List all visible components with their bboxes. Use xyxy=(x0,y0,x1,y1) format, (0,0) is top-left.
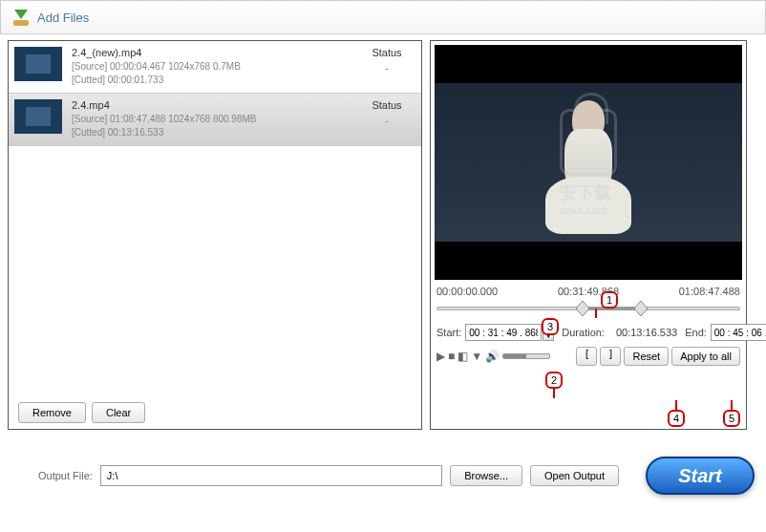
callout-4: 4 xyxy=(668,410,685,427)
file-name: 2.4_(new).mp4 xyxy=(72,47,358,58)
start-button[interactable]: Start xyxy=(646,457,755,495)
duration-label: Duration: xyxy=(562,327,605,338)
time-end: 01:08:47.488 xyxy=(679,286,740,297)
preview-panel: 安下载 anxz.com 00:00:00.000 00:31:49.868 0… xyxy=(430,40,747,430)
status-value: - xyxy=(358,115,415,126)
callout-2: 2 xyxy=(545,372,563,389)
remove-button[interactable]: Remove xyxy=(18,402,86,423)
thumbnail xyxy=(14,47,62,81)
bracket-out-button[interactable]: ] xyxy=(600,347,621,366)
add-files-icon[interactable] xyxy=(11,7,32,28)
file-list-panel: 2.4_(new).mp4 [Source] 00:00:04.467 1024… xyxy=(8,40,422,430)
bracket-in-button[interactable]: [ xyxy=(576,347,597,366)
camera-icon[interactable]: ◧ xyxy=(457,350,468,363)
callout-5: 5 xyxy=(723,410,740,427)
start-marker[interactable] xyxy=(576,301,589,316)
open-output-button[interactable]: Open Output xyxy=(530,465,619,486)
status-value: - xyxy=(358,62,415,74)
status-header: Status xyxy=(358,99,415,111)
file-cutted: [Cutted] 00:00:01.733 xyxy=(72,74,358,87)
end-label: End: xyxy=(685,327,707,338)
output-path-input[interactable] xyxy=(100,465,442,486)
output-label: Output File: xyxy=(38,470,93,481)
time-mid: 00:31:49.868 xyxy=(558,286,619,297)
dropdown-icon[interactable]: ▼ xyxy=(471,350,482,363)
file-source: [Source] 00:00:04.467 1024x768 0.7MB xyxy=(72,60,358,74)
status-header: Status xyxy=(358,47,415,58)
volume-slider[interactable] xyxy=(502,353,550,359)
thumbnail xyxy=(14,99,62,134)
end-marker[interactable] xyxy=(634,301,648,316)
start-down[interactable]: ▼ xyxy=(543,332,554,341)
apply-all-button[interactable]: Apply to all xyxy=(671,347,740,366)
file-row[interactable]: 2.4_(new).mp4 [Source] 00:00:04.467 1024… xyxy=(9,41,421,94)
file-row[interactable]: 2.4.mp4 [Source] 01:08:47.488 1024x768 8… xyxy=(9,94,421,146)
time-start: 00:00:00.000 xyxy=(436,286,498,297)
clear-button[interactable]: Clear xyxy=(92,402,145,423)
start-input[interactable] xyxy=(465,324,542,341)
file-cutted: [Cutted] 00:13:16.533 xyxy=(72,126,358,139)
add-files-button[interactable]: Add Files xyxy=(37,11,89,25)
video-preview[interactable]: 安下载 anxz.com xyxy=(435,45,742,280)
stop-icon[interactable]: ■ xyxy=(448,350,455,363)
start-up[interactable]: ▲ xyxy=(543,324,554,332)
trim-slider[interactable] xyxy=(436,299,740,318)
reset-button[interactable]: Reset xyxy=(624,347,669,366)
file-list: 2.4_(new).mp4 [Source] 00:00:04.467 1024… xyxy=(9,41,421,379)
browse-button[interactable]: Browse... xyxy=(450,465,522,486)
start-label: Start: xyxy=(436,327,461,338)
file-name: 2.4.mp4 xyxy=(72,99,358,111)
play-icon[interactable]: ▶ xyxy=(436,350,445,363)
volume-icon[interactable]: 🔊 xyxy=(485,350,500,363)
duration-value: 00:13:16.533 xyxy=(616,327,677,338)
end-input[interactable] xyxy=(711,324,766,341)
file-source: [Source] 01:08:47.488 1024x768 800.98MB xyxy=(72,113,358,126)
